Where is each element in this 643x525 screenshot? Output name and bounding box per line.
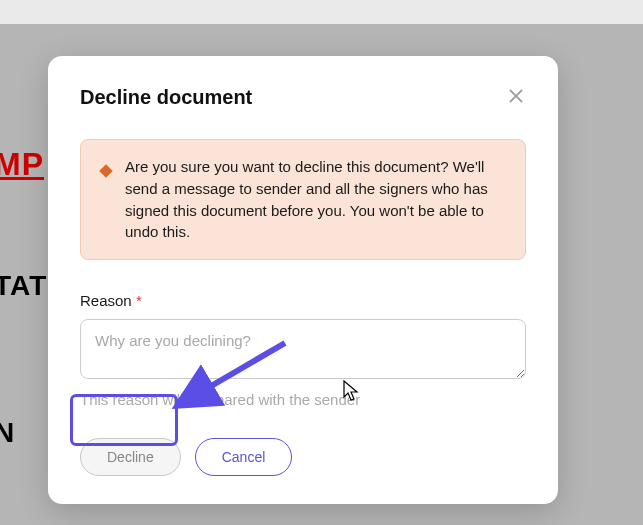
reason-label: Reason * <box>80 292 526 309</box>
modal-actions: Decline Cancel <box>80 438 526 476</box>
svg-rect-2 <box>99 164 113 178</box>
decline-document-modal: Decline document Are you sure you want t… <box>48 56 558 504</box>
decline-button[interactable]: Decline <box>80 438 181 476</box>
warning-message: Are you sure you want to decline this do… <box>125 156 507 243</box>
warning-icon <box>99 164 113 178</box>
background-text-fragment: N <box>0 417 15 449</box>
reason-label-text: Reason <box>80 292 132 309</box>
modal-title: Decline document <box>80 86 252 109</box>
reason-input[interactable] <box>80 319 526 379</box>
warning-banner: Are you sure you want to decline this do… <box>80 139 526 260</box>
close-button[interactable] <box>506 86 526 106</box>
required-indicator: * <box>136 292 142 309</box>
background-text-fragment: TAT <box>0 270 47 302</box>
background-topbar <box>0 0 643 24</box>
cancel-button[interactable]: Cancel <box>195 438 293 476</box>
reason-helper-text: This reason will be shared with the send… <box>80 391 526 408</box>
background-text-fragment: MP <box>0 146 44 183</box>
close-icon <box>508 88 524 104</box>
